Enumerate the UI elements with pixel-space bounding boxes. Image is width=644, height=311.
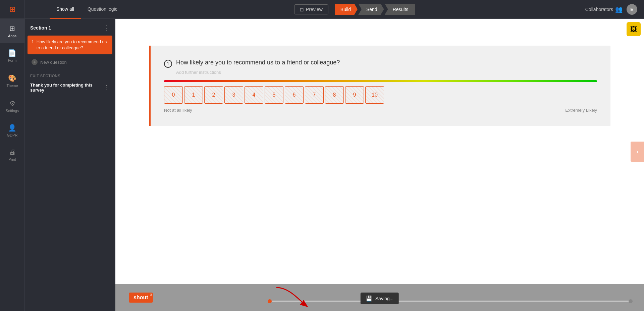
pipeline-build[interactable]: Build	[335, 4, 358, 15]
sidebar-item-form[interactable]: 📄 Form	[0, 43, 25, 68]
nps-label-right: Extremely Likely	[565, 108, 597, 113]
next-arrow-button[interactable]: ›	[631, 142, 644, 162]
question-number: 1	[32, 40, 34, 44]
exit-section-text: Thank you for completing this survey	[30, 83, 104, 93]
section-title: Section 1	[30, 25, 51, 31]
avatar[interactable]: E	[627, 4, 637, 15]
sidebar-item-settings[interactable]: ⚙ Settings	[0, 94, 25, 118]
tab-show-all[interactable]: Show all	[50, 0, 81, 19]
preview-button[interactable]: ◻ Preview	[294, 4, 328, 14]
sidebar-icons: ⊞ Apps 📄 Form 🎨 Theme ⚙ Settings 👤 GDPR …	[0, 19, 25, 311]
image-icon-button[interactable]: 🖼	[627, 22, 641, 36]
survey-card: 1 How likely are you to recommend us to …	[149, 46, 610, 126]
nps-button-10[interactable]: 10	[365, 86, 384, 104]
save-icon: 💾	[366, 295, 373, 302]
apps-icon: ⊞	[9, 24, 15, 33]
sidebar-item-apps[interactable]: ⊞ Apps	[0, 19, 25, 43]
question-header: 1 How likely are you to recommend us to …	[164, 59, 597, 68]
bottom-bar: shout 💾 Saving...	[115, 284, 644, 311]
question-list-item[interactable]: 1 How likely are you to recommend us to …	[28, 36, 112, 54]
theme-icon: 🎨	[8, 74, 16, 82]
sidebar-item-theme[interactable]: 🎨 Theme	[0, 68, 25, 94]
exit-sections-label: EXIT SECTIONS	[25, 68, 115, 80]
apps-logo-icon: ⊞	[9, 5, 15, 14]
exit-section-menu-button[interactable]: ⋮	[104, 84, 110, 91]
question-instructions[interactable]: Add further instructions	[176, 70, 597, 75]
question-text-label: How likely are you to recommend us to a …	[37, 39, 108, 51]
top-bar-right: Collaborators 👥 E	[585, 4, 644, 15]
nps-gradient-bar	[164, 80, 597, 82]
section-menu-button[interactable]: ⋮	[104, 24, 110, 32]
pipeline-send[interactable]: Send	[358, 4, 384, 15]
nps-button-6[interactable]: 6	[285, 86, 304, 104]
nps-button-3[interactable]: 3	[224, 86, 243, 104]
form-icon: 📄	[8, 49, 16, 57]
left-panel: Section 1 ⋮ 1 How likely are you to reco…	[25, 19, 115, 311]
section-header: Section 1 ⋮	[25, 19, 115, 34]
nps-label-left: Not at all likely	[164, 108, 192, 113]
add-collaborator-icon: 👥	[615, 6, 623, 13]
top-bar: ⊞ Show all Question logic ◻ Preview Buil…	[0, 0, 644, 19]
main-content: 🖼 1 How likely are you to recommend us t…	[115, 19, 644, 311]
collaborators-button[interactable]: Collaborators 👥	[585, 6, 623, 13]
shout-logo[interactable]: shout	[129, 293, 153, 303]
exit-section-item[interactable]: Thank you for completing this survey ⋮	[25, 80, 115, 95]
tab-question-logic[interactable]: Question logic	[81, 0, 124, 19]
settings-icon: ⚙	[9, 99, 15, 107]
nps-button-2[interactable]: 2	[204, 86, 223, 104]
pipeline: ◻ Preview Build Send Results	[124, 4, 585, 15]
sidebar-item-gdpr[interactable]: 👤 GDPR	[0, 118, 25, 143]
nps-button-0[interactable]: 0	[164, 86, 183, 104]
chevron-right-icon: ›	[636, 148, 639, 155]
progress-dot-end	[629, 299, 633, 303]
main-area: ⊞ Apps 📄 Form 🎨 Theme ⚙ Settings 👤 GDPR …	[0, 19, 644, 311]
progress-dot-start	[268, 299, 272, 303]
nps-button-7[interactable]: 7	[305, 86, 324, 104]
gdpr-icon: 👤	[8, 124, 16, 132]
sidebar-item-print[interactable]: 🖨 Print	[0, 143, 25, 167]
nps-numbers: 012345678910	[164, 86, 597, 104]
nps-button-9[interactable]: 9	[345, 86, 364, 104]
pipeline-steps: Build Send Results	[335, 4, 415, 15]
nps-button-8[interactable]: 8	[325, 86, 344, 104]
question-main-text: How likely are you to recommend us to a …	[176, 59, 340, 66]
add-question-icon: +	[32, 59, 38, 65]
pipeline-results[interactable]: Results	[385, 4, 415, 15]
nps-button-4[interactable]: 4	[245, 86, 263, 104]
print-icon: 🖨	[9, 148, 16, 156]
question-number-circle: 1	[164, 60, 172, 68]
new-question-button[interactable]: + New question	[25, 56, 115, 68]
saving-label: Saving...	[375, 296, 393, 301]
preview-icon: ◻	[300, 7, 304, 12]
nps-labels: Not at all likely Extremely Likely	[164, 108, 597, 113]
saving-tooltip: 💾 Saving...	[361, 293, 399, 304]
nps-button-5[interactable]: 5	[265, 86, 283, 104]
top-bar-tabs: Show all Question logic	[50, 0, 124, 19]
survey-canvas: 🖼 1 How likely are you to recommend us t…	[115, 19, 644, 284]
nps-button-1[interactable]: 1	[184, 86, 203, 104]
progress-bar[interactable]	[270, 301, 631, 302]
